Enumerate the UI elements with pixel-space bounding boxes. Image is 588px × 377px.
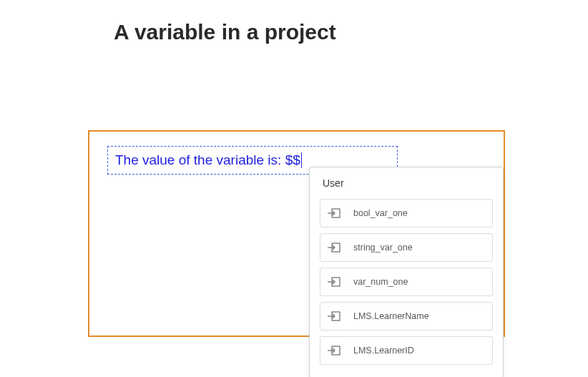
variable-label: LMS.LearnerName — [353, 311, 429, 321]
variable-item-lms-learnername[interactable]: LMS.LearnerName — [320, 302, 493, 331]
variable-icon — [328, 311, 340, 321]
text-field-content: The value of the variable is: $$ — [115, 152, 300, 168]
variable-icon — [328, 277, 340, 287]
variable-item-bool-var-one[interactable]: bool_var_one — [320, 199, 493, 227]
variable-label: var_num_one — [353, 277, 408, 287]
page-title: A variable in a project — [114, 20, 336, 44]
variable-dropdown: User bool_var_one string_var_one — [309, 167, 504, 377]
variable-icon — [328, 346, 340, 356]
variable-label: LMS.LearnerID — [353, 346, 414, 356]
variable-item-var-num-one[interactable]: var_num_one — [320, 268, 493, 296]
variable-icon — [328, 243, 340, 253]
dropdown-heading: User — [320, 177, 493, 189]
variable-item-lms-learnerid[interactable]: LMS.LearnerID — [320, 336, 493, 365]
variable-icon — [328, 208, 340, 218]
variable-label: bool_var_one — [353, 208, 408, 218]
text-caret — [301, 152, 302, 168]
variable-item-string-var-one[interactable]: string_var_one — [320, 233, 493, 262]
variable-label: string_var_one — [353, 243, 413, 253]
